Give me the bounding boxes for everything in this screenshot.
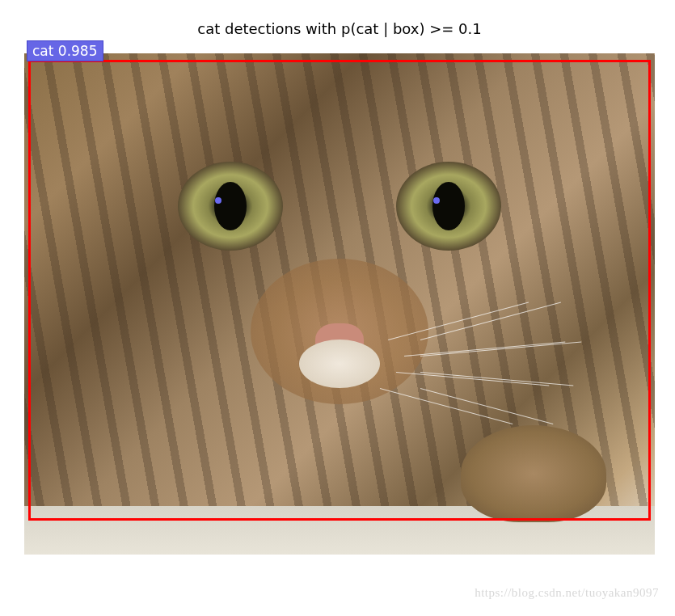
whisker — [380, 388, 513, 424]
cat-eye-right — [396, 162, 501, 251]
whisker — [396, 372, 549, 386]
eye-shine-right — [433, 197, 440, 204]
pupil-left — [214, 182, 247, 230]
cat-eye-left — [178, 162, 283, 251]
cat-face — [97, 97, 582, 461]
watermark-text: https://blog.csdn.net/tuoyakan9097 — [475, 586, 659, 600]
figure-container: cat detections with p(cat | box) >= 0.1 … — [24, 20, 655, 570]
detection-label: cat 0.985 — [27, 40, 103, 61]
chart-title: cat detections with p(cat | box) >= 0.1 — [24, 20, 655, 37]
pupil-right — [432, 182, 465, 230]
whisker — [420, 302, 561, 340]
whisker — [420, 342, 581, 357]
cat-image — [24, 53, 655, 555]
eye-shine-left — [215, 197, 221, 204]
plot-area: cat 0.985 — [24, 44, 655, 561]
cat-paw — [461, 425, 606, 522]
whisker — [420, 372, 573, 386]
cat-chin — [299, 340, 380, 388]
whisker — [420, 388, 553, 424]
